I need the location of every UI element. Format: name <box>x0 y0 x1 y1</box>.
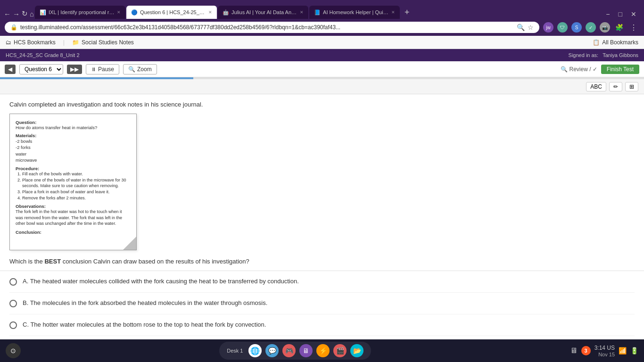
option-c[interactable]: C. The hotter water molecules at the bot… <box>9 314 635 336</box>
tab4-close[interactable]: ✕ <box>391 10 395 15</box>
signed-in-info: Signed in as: Taniya Gibbons <box>569 52 638 58</box>
ext-s[interactable]: S <box>571 22 582 33</box>
option-c-text: C. The hotter water molecules at the bot… <box>23 321 266 328</box>
taskbar-teal-icon[interactable]: 🎬 <box>333 344 347 357</box>
nav-forward-button[interactable]: → <box>13 10 20 18</box>
bookmark-social-studies[interactable]: 📁 Social Studies Notes <box>72 39 134 46</box>
time-text: 3:14 US <box>594 345 615 351</box>
monitor-icon[interactable]: 🖥 <box>570 346 578 355</box>
question-selector[interactable]: Question 6 <box>19 64 63 74</box>
nav-reload-button[interactable]: ↻ <box>22 9 28 18</box>
journal-question-label: Question: <box>16 120 131 125</box>
pause-label: Pause <box>98 66 114 73</box>
ext-shield[interactable]: 🛡 <box>557 22 568 33</box>
tab2-label: Question 6 | HCS_24-25_SC Gr... <box>140 9 206 15</box>
tab3-label: Julius AI | Your AI Data Analyst <box>231 9 297 15</box>
tab2-favicon: 🔵 <box>131 9 138 16</box>
tab1[interactable]: 📊 IXL | Identify proportional relati... … <box>35 6 125 19</box>
journal-question-section: Question: How do atoms transfer heat in … <box>16 120 131 130</box>
nav-home-button[interactable]: ⌂ <box>30 10 34 18</box>
taskbar-green-icon[interactable]: ⚡ <box>316 344 330 357</box>
option-a[interactable]: A. The heated water molecules collided w… <box>9 271 635 293</box>
folder-icon: 🗂 <box>6 39 11 46</box>
taskbar-purple-icon[interactable]: 🖥 <box>299 344 313 357</box>
mat-3: water <box>16 151 131 157</box>
option-b-text: B. The molecules in the fork absorbed th… <box>23 299 267 306</box>
folder-icon-2: 📁 <box>72 39 79 46</box>
bookmark-star-icon[interactable]: ☆ <box>528 24 534 31</box>
bm-separator: | <box>63 39 65 46</box>
journal-conclusion-label: Conclusion: <box>16 230 131 235</box>
bookmarks-icon: 📋 <box>593 39 600 46</box>
bookmark-hcs[interactable]: 🗂 HCS Bookmarks <box>6 39 56 46</box>
date-text: Nov 15 <box>598 352 615 357</box>
maximize-button[interactable]: □ <box>615 9 626 19</box>
minimize-button[interactable]: − <box>602 9 613 19</box>
finish-test-button[interactable]: Finish Test <box>601 65 639 74</box>
new-tab-button[interactable]: + <box>401 6 413 19</box>
journal-procedure-list: Fill each of the bowls with water. Place… <box>22 171 131 201</box>
review-label[interactable]: 🔍 Review / ✓ <box>561 66 597 73</box>
prev-question-button[interactable]: ◀ <box>5 65 16 74</box>
flag-button[interactable]: ⊞ <box>625 82 638 91</box>
user-name: Taniya Gibbons <box>603 52 638 58</box>
all-bookmarks[interactable]: 📋 All Bookmarks <box>593 39 638 46</box>
tab1-close[interactable]: ✕ <box>117 10 121 15</box>
tab4-label: AI Homework Helper | Quizgee... <box>323 9 389 15</box>
assessment-header: HCS_24-25_SC Grade 8_Unit 2 Signed in as… <box>0 49 644 61</box>
journal-materials-label: Materials: <box>16 133 131 138</box>
radio-b[interactable] <box>9 300 17 307</box>
tab2[interactable]: 🔵 Question 6 | HCS_24-25_SC Gr... ✕ <box>126 6 217 19</box>
intro-text: Calvin completed an investigation and to… <box>9 101 635 108</box>
ext-puzzle[interactable]: 🧩 <box>614 22 624 33</box>
ext-cam[interactable]: 📷 <box>600 22 610 33</box>
question-nav-bar: ◀ Question 6 ▶▶ ⏸ Pause 🔍 Zoom 🔍 Review … <box>0 61 644 77</box>
browser-menu-icon[interactable]: ⋮ <box>628 23 639 32</box>
mat-2: -2 forks <box>16 144 131 150</box>
journal-observations-text: The fork left in the hot water was hot t… <box>16 209 131 227</box>
journal-observations-label: Observations: <box>16 204 131 209</box>
bookmarks-bar: 🗂 HCS Bookmarks | 📁 Social Studies Notes… <box>0 36 644 49</box>
edit-button[interactable]: ✏ <box>609 82 622 91</box>
next-question-button[interactable]: ▶▶ <box>67 65 82 74</box>
tab1-favicon: 📊 <box>40 9 46 16</box>
close-button[interactable]: ✕ <box>627 9 640 19</box>
abc-button[interactable]: ABC <box>586 82 606 91</box>
secure-icon: 🔒 <box>10 24 17 31</box>
pause-button[interactable]: ⏸ Pause <box>86 64 119 74</box>
radio-a[interactable] <box>9 278 17 286</box>
tab4[interactable]: 📘 AI Homework Helper | Quizgee... ✕ <box>309 6 400 19</box>
assessment-title: HCS_24-25_SC Grade 8_Unit 2 <box>6 52 80 58</box>
desk-label: Desk 1 <box>227 348 243 354</box>
all-bookmarks-label: All Bookmarks <box>602 39 638 46</box>
notification-badge[interactable]: 3 <box>581 346 591 355</box>
ext-jw[interactable]: jw <box>543 22 553 33</box>
proc-step-4: Remove the forks after 2 minutes. <box>22 195 131 201</box>
url-text: testing.illuminateed.com/assessment/66c6… <box>20 24 514 31</box>
tab3-close[interactable]: ✕ <box>300 10 304 15</box>
journal-question-text: How do atoms transfer heat in materials? <box>16 125 131 130</box>
taskbar-files-icon[interactable]: 📂 <box>350 344 363 357</box>
taskbar-chrome-icon[interactable]: 🌐 <box>248 344 262 357</box>
address-bar[interactable]: 🔒 testing.illuminateed.com/assessment/66… <box>5 22 539 33</box>
question-prefix: Which is the <box>9 258 44 265</box>
pause-icon: ⏸ <box>91 66 96 72</box>
journal-materials-section: Materials: -2 bowls -2 forks water micro… <box>16 133 131 163</box>
tab4-favicon: 📘 <box>314 9 321 16</box>
taskbar-red-icon[interactable]: 🎮 <box>282 344 296 357</box>
nav-back-button[interactable]: ← <box>4 10 11 18</box>
tab3[interactable]: 🤖 Julius AI | Your AI Data Analyst ✕ <box>218 6 308 19</box>
ext-vk[interactable]: ✓ <box>586 22 596 33</box>
nav-right: 🔍 Review / ✓ Finish Test <box>561 65 639 74</box>
signed-in-label: Signed in as: <box>569 52 599 58</box>
zoom-icon: 🔍 <box>128 66 135 73</box>
taskbar-right: 🖥 3 3:14 US Nov 15 📶 🔋 <box>570 345 638 357</box>
nav-left: ◀ Question 6 ▶▶ ⏸ Pause 🔍 Zoom <box>5 64 157 74</box>
option-b[interactable]: B. The molecules in the fork absorbed th… <box>9 293 635 314</box>
taskbar-start-button[interactable]: ⊙ <box>6 343 21 358</box>
tab2-close[interactable]: ✕ <box>208 10 212 15</box>
taskbar-blue-icon[interactable]: 💬 <box>265 344 279 357</box>
zoom-button[interactable]: 🔍 Zoom <box>123 64 157 74</box>
question-bold: BEST <box>44 258 61 265</box>
radio-c[interactable] <box>9 321 17 329</box>
